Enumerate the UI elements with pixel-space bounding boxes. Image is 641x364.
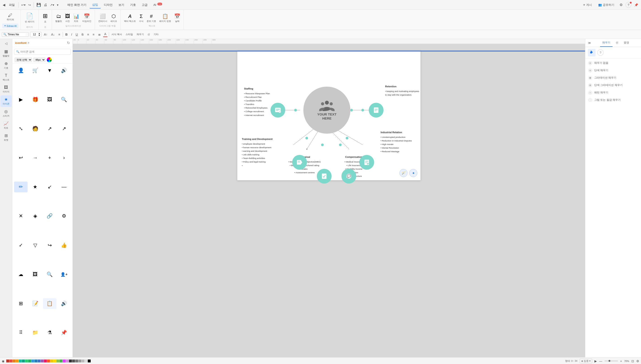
color-swatch-black[interactable] bbox=[88, 360, 91, 362]
icon-gift[interactable]: 🎁 bbox=[28, 94, 42, 105]
icon-volume2[interactable]: 🔊 bbox=[57, 298, 71, 309]
color-swatch-orange2[interactable] bbox=[16, 360, 18, 362]
icon-folder[interactable]: 📁 bbox=[28, 327, 42, 338]
icon-image2[interactable]: 🖼 bbox=[28, 269, 42, 280]
icon-forward[interactable]: → bbox=[28, 152, 42, 163]
icon-flask[interactable]: ⚗ bbox=[43, 327, 56, 338]
icon-minus[interactable]: — bbox=[57, 182, 71, 192]
color-swatch-yellow2[interactable] bbox=[53, 360, 56, 362]
nav-item-widget[interactable]: ⊞ 위젯 bbox=[0, 132, 12, 143]
fit-btn[interactable]: ⊡ bbox=[631, 359, 634, 363]
zoom-in-btn[interactable]: + bbox=[620, 359, 622, 363]
template-btn[interactable]: 🗂 템플릿 bbox=[54, 12, 63, 24]
settings-page-btn[interactable]: ⚙ bbox=[636, 359, 639, 363]
bold-btn[interactable]: B bbox=[64, 32, 69, 37]
icon-pin[interactable]: 📌 bbox=[57, 327, 71, 338]
staffing-orbit-node[interactable] bbox=[270, 103, 285, 118]
icon-layers[interactable]: ◈ bbox=[28, 211, 42, 222]
icon-zoom[interactable]: 🔍 bbox=[43, 269, 56, 280]
text-wrap-btn[interactable]: ≣ bbox=[97, 32, 102, 37]
color-swatch-purple[interactable] bbox=[41, 360, 44, 362]
strikethrough-btn[interactable]: S bbox=[80, 32, 85, 37]
style-btn[interactable]: 스타일 bbox=[124, 32, 134, 37]
icon-edit-text[interactable]: ✏ bbox=[14, 182, 28, 192]
chart-btn[interactable]: 📊 차트 bbox=[72, 12, 80, 24]
blank-page-btn[interactable]: 📄 빈 페이지 bbox=[24, 11, 36, 24]
color-swatch-lime[interactable] bbox=[56, 360, 59, 362]
icon-like[interactable]: 👍 bbox=[57, 240, 71, 251]
grow-font-btn[interactable]: A↑ bbox=[43, 32, 48, 37]
icon-link[interactable]: 🔗 bbox=[43, 211, 56, 222]
diagram-page[interactable]: YOUR TEXT HERE bbox=[237, 50, 421, 180]
nav-item-sticker[interactable]: ◎ 스티커 bbox=[0, 108, 12, 119]
color-swatch-gray6[interactable] bbox=[85, 360, 88, 362]
icon-file-edit[interactable]: 📝 bbox=[28, 298, 42, 309]
color-picker-btn[interactable] bbox=[47, 57, 52, 62]
vector-text-btn[interactable]: A 벡터 텍스트 bbox=[123, 12, 137, 24]
compensation-orbit-node[interactable]: 💬 bbox=[342, 169, 356, 184]
color-swatch-blue[interactable] bbox=[34, 360, 38, 362]
icon-person[interactable]: 👤 bbox=[14, 65, 28, 76]
bullet-list-btn[interactable]: ≡ bbox=[86, 32, 90, 37]
more-btn[interactable]: ▾ bbox=[56, 2, 59, 8]
icon-funnel[interactable]: ▽ bbox=[28, 240, 42, 251]
color-swatch-gray1[interactable] bbox=[69, 360, 72, 362]
play-btn[interactable]: ▶ bbox=[594, 359, 597, 363]
table-btn[interactable]: ⊞ 표 bbox=[42, 11, 49, 24]
size-select[interactable]: 48px bbox=[33, 58, 46, 62]
fill-option-solid-gradient[interactable]: 단색 그라데이션 채우기 bbox=[585, 82, 641, 89]
refresh-btn[interactable]: ↻ bbox=[67, 41, 70, 45]
color-swatch-magenta[interactable] bbox=[63, 360, 66, 362]
line-btn[interactable]: 선 bbox=[146, 32, 151, 37]
shape-btn[interactable]: ⬡ 셰이프 bbox=[109, 12, 118, 24]
align-btn[interactable]: ≡ bbox=[57, 32, 61, 37]
fill-option-no-fill[interactable]: 채우기 없음 bbox=[585, 59, 641, 67]
menu-symbol[interactable]: 기호 bbox=[128, 1, 138, 8]
icon-apps-grid[interactable]: ⠿ bbox=[14, 327, 28, 338]
menu-advanced[interactable]: 고급 bbox=[139, 1, 150, 8]
menu-insert[interactable]: 삽입 bbox=[90, 1, 101, 8]
icon-cloud-up[interactable]: ☁ bbox=[14, 269, 28, 280]
color-swatch-light-purple[interactable] bbox=[66, 360, 69, 362]
color-swatch-orange[interactable] bbox=[12, 360, 16, 362]
publish-btn[interactable]: ✈ 게시 bbox=[581, 2, 594, 8]
sum-btn[interactable]: Σ 수식 bbox=[138, 12, 145, 24]
pointer-btn[interactable]: ◉ bbox=[2, 359, 4, 363]
color-swatch-blue2[interactable] bbox=[38, 360, 40, 362]
undo-btn[interactable]: ↩▾ bbox=[20, 2, 26, 8]
icon-user-add[interactable]: 👤+ bbox=[57, 269, 71, 280]
nav-item-icon[interactable]: ★ 아이콘 bbox=[0, 95, 12, 107]
nav-item-image[interactable]: 🖼 이미지 bbox=[0, 84, 12, 95]
icon-grid-4[interactable]: ⊞ bbox=[14, 298, 28, 309]
filter-select[interactable]: 전체 선택 bbox=[14, 58, 32, 62]
container-btn[interactable]: ⬜ 컨테이너 bbox=[97, 12, 108, 24]
collapse-nav-btn[interactable]: ◁ bbox=[4, 41, 8, 46]
back-btn[interactable]: ◀ bbox=[2, 2, 6, 8]
file-menu[interactable]: 파일 bbox=[7, 2, 16, 8]
icon-search[interactable]: 🔍 bbox=[57, 94, 71, 105]
other-btn[interactable]: 기타 bbox=[152, 32, 160, 37]
nav-item-text[interactable]: T 텍스트 bbox=[0, 72, 12, 83]
fill-option-pattern[interactable]: 패턴 채우기 bbox=[585, 89, 641, 96]
menu-design[interactable]: 디자인 bbox=[101, 1, 115, 8]
font-family-input[interactable] bbox=[8, 33, 26, 36]
zoom-out-btn[interactable]: — bbox=[599, 359, 602, 363]
print-btn[interactable]: 🖨 bbox=[43, 2, 48, 8]
tab-line[interactable]: 선 bbox=[614, 39, 621, 47]
tab-fill[interactable]: 채우기 bbox=[600, 39, 612, 47]
nav-item-symbol[interactable]: ⊕ 기호 bbox=[0, 60, 12, 71]
color-swatch-pink[interactable] bbox=[44, 360, 47, 362]
icon-close[interactable]: ✕ bbox=[14, 211, 28, 222]
menu-ai[interactable]: AI hot bbox=[151, 1, 164, 8]
highlight-btn[interactable]: 🖊 하이퍼 bbox=[5, 12, 16, 22]
fill-option-gradient[interactable]: 그라데이션 채우기 bbox=[585, 74, 641, 82]
font-color-btn[interactable]: A bbox=[103, 32, 108, 37]
timeline-btn[interactable]: 📅 타임라인 bbox=[81, 12, 92, 24]
color-swatch-orange-red[interactable] bbox=[10, 360, 12, 362]
icon-chevron[interactable]: › bbox=[57, 152, 71, 163]
page-num-btn[interactable]: 📋 페이지 번호 bbox=[158, 12, 172, 24]
color-swatch-teal[interactable] bbox=[25, 360, 28, 362]
color-swatch-cyan[interactable] bbox=[19, 360, 22, 362]
center-circle[interactable]: YOUR TEXT HERE bbox=[303, 87, 350, 134]
color-swatch-gray2[interactable] bbox=[72, 360, 75, 362]
